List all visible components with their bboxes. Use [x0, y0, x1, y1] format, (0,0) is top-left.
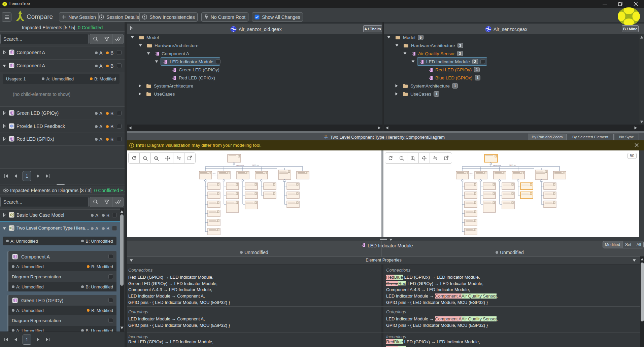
svg-text:GPIO pin: GPIO pin: [509, 164, 516, 166]
svg-text:«use»: «use»: [212, 173, 216, 175]
svg-text:«extends»: «extends»: [493, 164, 501, 166]
svg-text:«use»: «use»: [469, 173, 473, 175]
svg-text:GPIO pin: GPIO pin: [252, 164, 259, 166]
svg-text:«extends»: «extends»: [236, 164, 244, 166]
